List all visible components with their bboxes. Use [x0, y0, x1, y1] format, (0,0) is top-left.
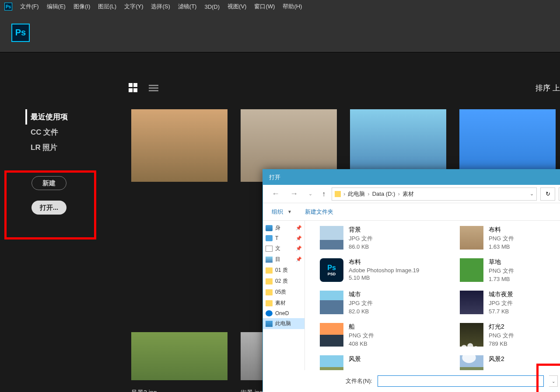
file-thumbnail	[460, 258, 483, 282]
history-dropdown-icon[interactable]: ⌄	[305, 189, 316, 198]
new-folder-button[interactable]: 新建文件夹	[305, 208, 333, 216]
chevron-down-icon[interactable]: ⌄	[530, 191, 534, 197]
file-list: 背景JPG 文件86.0 KB布料PNG 文件1.63 MBPsPSD布料Ado…	[305, 221, 560, 370]
menu-filter[interactable]: 滤镜(T)	[178, 3, 197, 10]
filename-dropdown-icon[interactable]: ⌄	[549, 375, 558, 387]
menu-view[interactable]: 视图(V)	[228, 3, 246, 10]
tree-item[interactable]: 身📌	[263, 222, 304, 233]
refresh-icon[interactable]: ↻	[540, 187, 555, 201]
back-icon[interactable]: ←	[268, 187, 283, 200]
breadcrumb-item[interactable]: 素材	[402, 190, 414, 198]
dialog-titlebar: 打开 ✕	[263, 170, 560, 185]
file-type: PNG 文件	[489, 235, 514, 243]
content-area: 排序 上 风景2.jpg 街景.jpg 船.png 灯光2.png	[127, 52, 560, 392]
tree-item[interactable]: T📌	[263, 233, 304, 243]
new-button[interactable]: 新建	[32, 176, 66, 190]
thumb-label: 风景2.jpg	[131, 389, 157, 392]
pin-icon: 📌	[296, 225, 302, 231]
tree-item[interactable]: 02 质	[263, 276, 304, 287]
folder-icon	[335, 191, 341, 197]
file-item[interactable]: 灯光2PNG 文件789 KB	[458, 321, 560, 354]
menu-edit[interactable]: 编辑(E)	[47, 3, 66, 10]
organize-button[interactable]: 组织	[272, 208, 283, 216]
open-dialog: 打开 ✕ ← → ⌄ ↑ › 此电脑 › Data (D:) › 素材 ⌄ ↻	[262, 169, 560, 392]
file-item[interactable]: 草地PNG 文件1.73 MB	[458, 257, 560, 289]
tree-item[interactable]: 05质	[263, 287, 304, 298]
file-thumbnail	[320, 226, 343, 250]
pin-icon: 📌	[296, 257, 302, 262]
file-item[interactable]: 布料PNG 文件1.63 MB	[458, 224, 560, 257]
file-type: JPG 文件	[489, 299, 513, 307]
folder-icon	[266, 267, 273, 274]
file-thumbnail	[460, 291, 483, 314]
grid-view-icon[interactable]	[129, 83, 138, 93]
file-item[interactable]: 城市JPG 文件82.0 KB	[318, 289, 458, 321]
doc-icon	[266, 246, 273, 252]
file-name: 背景	[349, 226, 373, 234]
menu-file[interactable]: 文件(F)	[20, 3, 39, 10]
file-name: 草地	[489, 258, 514, 266]
tree-label: OneD	[275, 310, 289, 316]
filename-label: 文件名(N):	[272, 377, 372, 385]
file-item[interactable]: 城市夜景JPG 文件57.7 KB	[458, 289, 560, 321]
menu-layer[interactable]: 图层(L)	[98, 3, 116, 10]
file-type: PNG 文件	[349, 332, 374, 340]
menu-3d[interactable]: 3D(D)	[204, 3, 220, 10]
address-bar[interactable]: › 此电脑 › Data (D:) › 素材 ⌄	[332, 187, 537, 201]
sidebar-lr-photos[interactable]: LR 照片	[25, 140, 127, 155]
file-size: 86.0 KB	[349, 243, 373, 250]
menu-image[interactable]: 图像(I)	[74, 3, 90, 10]
up-icon[interactable]: ↑	[319, 188, 328, 200]
forward-icon[interactable]: →	[287, 187, 301, 200]
menu-help[interactable]: 帮助(H)	[283, 3, 302, 10]
tree-item[interactable]: 素材	[263, 298, 304, 309]
file-name: 城市	[349, 291, 373, 298]
tree-label: 目	[275, 256, 280, 263]
file-type: Adobe Photoshop Image.19	[349, 267, 419, 274]
file-item[interactable]: 风景2	[458, 354, 560, 370]
sidebar-recent[interactable]: 最近使用项	[25, 109, 127, 125]
file-thumbnail	[460, 323, 483, 347]
tree-item[interactable]: OneD	[263, 309, 304, 318]
tree-label: 身	[275, 224, 280, 232]
tree-item[interactable]: 文📌	[263, 243, 304, 254]
tree-label: 05质	[275, 288, 286, 296]
list-view-icon[interactable]	[149, 85, 158, 91]
folder-icon	[266, 289, 273, 295]
file-thumbnail	[320, 291, 343, 314]
breadcrumb-item[interactable]: Data (D:)	[372, 191, 396, 197]
recent-thumb[interactable]	[131, 109, 228, 182]
file-size: 82.0 KB	[349, 308, 373, 315]
file-item[interactable]: PsPSD布料Adobe Photoshop Image.195.10 MB	[318, 257, 458, 289]
tree-item[interactable]: 此电脑	[263, 318, 304, 329]
file-size: 1.73 MB	[489, 276, 514, 282]
tree-item[interactable]: 目📌	[263, 254, 304, 265]
sort-label[interactable]: 排序 上	[536, 83, 560, 93]
open-button[interactable]: 打开...	[32, 201, 66, 215]
menu-text[interactable]: 文字(Y)	[124, 3, 143, 10]
psd-icon: PsPSD	[320, 258, 343, 282]
file-item[interactable]: 背景JPG 文件86.0 KB	[318, 224, 458, 257]
tree-label: T	[275, 235, 278, 241]
ps-logo: Ps	[11, 24, 30, 42]
tree-label: 01 质	[275, 267, 288, 274]
file-item[interactable]: 风景	[318, 354, 458, 370]
file-item[interactable]: 船PNG 文件408 KB	[318, 321, 458, 354]
file-name: 灯光2	[489, 323, 514, 331]
tree-item[interactable]: 01 质	[263, 265, 304, 276]
dialog-bottom: 文件名(N): ⌄ 所有格式 ⌄ 打开(O)	[263, 370, 560, 392]
menu-window[interactable]: 窗口(W)	[254, 3, 275, 10]
recent-thumb[interactable]	[131, 332, 228, 380]
menu-select[interactable]: 选择(S)	[151, 3, 170, 10]
filename-input[interactable]	[378, 375, 544, 387]
file-size: 5.10 MB	[349, 274, 419, 281]
pin-icon: 📌	[296, 246, 302, 251]
tree-label: 此电脑	[275, 320, 291, 327]
file-type: JPG 文件	[349, 299, 373, 307]
breadcrumb-item[interactable]: 此电脑	[348, 190, 365, 198]
disk-icon	[266, 225, 273, 231]
file-name: 布料	[349, 258, 419, 266]
tree-label: 素材	[275, 299, 286, 307]
sidebar-cc-files[interactable]: CC 文件	[25, 125, 127, 140]
chevron-down-icon[interactable]: ▼	[287, 209, 292, 214]
